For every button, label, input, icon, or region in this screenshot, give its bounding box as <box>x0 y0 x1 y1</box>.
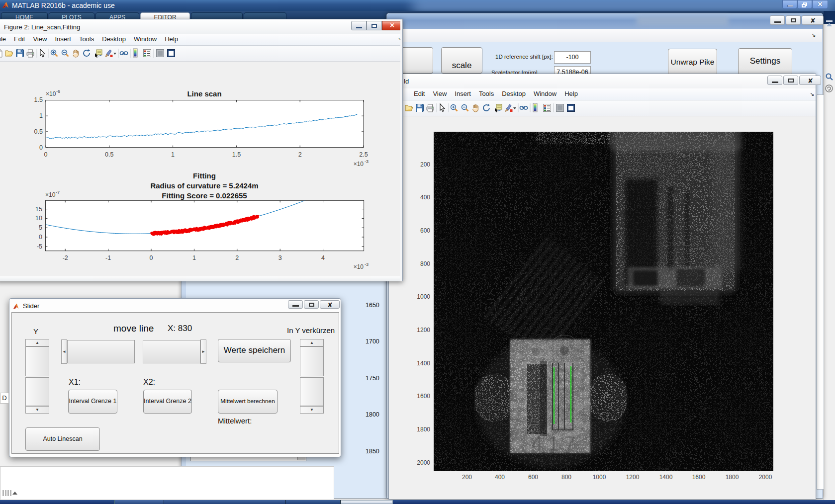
svg-text:1.5: 1.5 <box>34 96 43 103</box>
svg-text:×10: ×10 <box>354 161 364 168</box>
svg-text:Fitting: Fitting <box>193 171 216 180</box>
svg-text:0.5: 0.5 <box>34 128 43 135</box>
svg-text:0: 0 <box>39 234 42 241</box>
svg-text:0.5: 0.5 <box>105 151 113 158</box>
svg-text:-1: -1 <box>105 254 111 261</box>
svg-text:2: 2 <box>235 254 239 261</box>
svg-text:2: 2 <box>298 151 302 158</box>
svg-text:-2: -2 <box>63 254 68 261</box>
svg-text:0: 0 <box>39 144 43 151</box>
svg-text:0: 0 <box>150 254 153 261</box>
svg-text:-6: -6 <box>56 89 60 94</box>
svg-text:×10: ×10 <box>46 90 56 97</box>
svg-text:1.5: 1.5 <box>232 151 241 158</box>
svg-text:4: 4 <box>321 254 325 261</box>
svg-text:-7: -7 <box>56 190 60 195</box>
svg-text:×10: ×10 <box>354 263 364 270</box>
svg-text:-5: -5 <box>37 243 42 250</box>
svg-text:Fitting Score = 0.022655: Fitting Score = 0.022655 <box>162 191 247 200</box>
svg-text:Line scan: Line scan <box>187 89 221 98</box>
svg-text:Radius of curvature = 5.2424m: Radius of curvature = 5.2424m <box>150 181 258 190</box>
svg-text:1: 1 <box>171 151 175 158</box>
svg-text:15: 15 <box>35 206 42 213</box>
svg-text:1: 1 <box>39 112 43 119</box>
svg-text:0: 0 <box>44 151 48 158</box>
svg-text:5: 5 <box>39 224 42 231</box>
svg-text:2.5: 2.5 <box>359 151 368 158</box>
svg-text:1: 1 <box>192 254 196 261</box>
svg-text:10: 10 <box>35 215 42 222</box>
svg-text:-3: -3 <box>365 262 369 267</box>
svg-text:×10: ×10 <box>45 191 56 198</box>
svg-text:-3: -3 <box>365 159 369 164</box>
svg-text:417: 417 <box>531 431 580 455</box>
svg-text:3: 3 <box>278 254 282 261</box>
